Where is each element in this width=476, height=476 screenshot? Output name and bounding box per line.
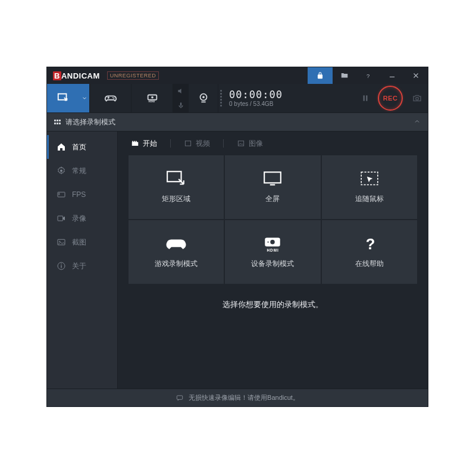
tab-start[interactable]: 开始 (131, 139, 157, 149)
card-device-mode[interactable]: HDMI 设备录制模式 (225, 220, 320, 284)
mode-group: HDMI (47, 84, 173, 112)
svg-point-8 (202, 96, 205, 98)
gamepad-icon (104, 92, 117, 105)
svg-rect-25 (265, 172, 281, 183)
tab-video[interactable]: 视频 (184, 139, 210, 149)
sidebar-item-fps[interactable]: FPS (47, 183, 117, 206)
svg-rect-16 (58, 216, 63, 221)
webcam-toggle[interactable] (189, 84, 218, 112)
mode-game[interactable] (90, 84, 131, 112)
svg-point-18 (59, 241, 60, 242)
folder-button[interactable] (333, 67, 356, 84)
collapse-toggle[interactable] (414, 118, 421, 127)
content-tabs: 开始 视频 图像 (118, 131, 428, 155)
body: 首页 常规 FPS 录像 截图 关于 (47, 131, 428, 389)
content-caption: 选择你想要使用的录制模式。 (118, 284, 428, 310)
card-label: 在线帮助 (355, 259, 384, 269)
speaker-toggle[interactable] (173, 84, 188, 98)
sidebar-item-label: 关于 (72, 261, 86, 271)
speaker-icon (177, 87, 185, 95)
size-status: 0 bytes / 53.4GB (229, 101, 356, 107)
tab-label: 开始 (143, 139, 157, 149)
sidebar-item-label: 录像 (72, 214, 86, 224)
drag-handle[interactable] (218, 84, 223, 112)
svg-text:HDMI: HDMI (148, 100, 155, 103)
mic-toggle[interactable] (173, 98, 188, 112)
question-icon: ? (364, 71, 372, 80)
info-icon (57, 261, 66, 271)
svg-point-11 (416, 98, 419, 101)
tab-label: 视频 (196, 139, 210, 149)
card-fullscreen[interactable]: 全屏 (225, 155, 320, 219)
sidebar-item-image[interactable]: 截图 (47, 230, 117, 254)
mode-screen-rect[interactable] (47, 84, 79, 112)
svg-rect-1 (390, 77, 394, 77)
record-circle: REC (378, 86, 403, 111)
film-icon (184, 139, 192, 148)
chevron-up-icon (414, 118, 421, 125)
brand-rest: ANDICAM (61, 71, 100, 80)
close-icon (412, 71, 420, 80)
sidebar-item-about[interactable]: 关于 (47, 254, 117, 278)
mode-screen-dropdown[interactable] (79, 84, 90, 112)
screenshot-button[interactable] (406, 84, 428, 112)
camera-icon (412, 93, 422, 104)
mode-strip-text: 请选择录制模式 (65, 117, 115, 127)
rect-area-icon (166, 170, 186, 188)
svg-rect-6 (180, 102, 181, 106)
svg-point-12 (60, 170, 62, 172)
tab-image[interactable]: 图像 (237, 139, 263, 149)
pause-icon (361, 93, 369, 103)
svg-rect-15 (58, 194, 60, 195)
card-follow-mouse[interactable]: 追随鼠标 (322, 155, 417, 219)
chevron-down-icon (82, 95, 87, 101)
screen-rect-icon (57, 92, 70, 105)
brand-box: B (53, 71, 61, 80)
pause-button[interactable] (356, 84, 374, 112)
card-label: 设备录制模式 (251, 259, 294, 269)
app-window: BANDICAM UNREGISTERED ? (47, 67, 428, 406)
sidebar-item-label: 常规 (72, 166, 86, 176)
svg-rect-22 (185, 141, 190, 146)
record-button[interactable]: REC (374, 84, 406, 112)
webcam-icon (197, 92, 210, 105)
footer[interactable]: 无损快速录像编辑！请使用Bandicut。 (47, 389, 428, 406)
mode-cards: 矩形区域 全屏 追随鼠标 游戏录制模式 HDMI 设备录制模式 (118, 155, 428, 284)
card-game-mode[interactable]: 游戏录制模式 (129, 220, 224, 284)
record-label: REC (383, 95, 398, 102)
gamepad-large-icon (166, 235, 186, 253)
image-icon (57, 237, 66, 247)
card-label: 追随鼠标 (355, 194, 384, 204)
svg-text:HDMI: HDMI (267, 248, 280, 252)
audio-stack (173, 84, 189, 112)
mode-strip[interactable]: 请选择录制模式 (47, 112, 428, 131)
cursor-dashed-icon (359, 170, 380, 188)
picture-icon (237, 139, 245, 148)
mode-device[interactable]: HDMI (131, 84, 173, 112)
card-label: 游戏录制模式 (155, 259, 198, 269)
toolbar: HDMI 00:00:00 0 bytes / 53.4GB REC (47, 84, 428, 112)
card-label: 全屏 (265, 194, 280, 204)
app-logo: BANDICAM UNREGISTERED (47, 71, 159, 80)
titlebar: BANDICAM UNREGISTERED ? (47, 67, 428, 84)
sidebar-item-video[interactable]: 录像 (47, 206, 117, 230)
footer-text: 无损快速录像编辑！请使用Bandicut。 (189, 393, 299, 402)
sidebar-item-home[interactable]: 首页 (47, 135, 117, 159)
sidebar-item-label: FPS (72, 190, 86, 199)
help-button[interactable]: ? (356, 67, 380, 84)
svg-rect-20 (61, 265, 61, 268)
card-rect-area[interactable]: 矩形区域 (129, 155, 224, 219)
video-icon (57, 214, 66, 223)
home-icon (57, 142, 66, 152)
fps-icon (57, 190, 66, 199)
tab-label: 图像 (249, 139, 263, 149)
chat-icon (176, 394, 184, 402)
card-label: 矩形区域 (162, 194, 190, 204)
lock-button[interactable] (308, 67, 333, 84)
timer-display: 00:00:00 0 bytes / 53.4GB (223, 84, 356, 112)
card-online-help[interactable]: ? 在线帮助 (322, 220, 417, 284)
minimize-button[interactable] (380, 67, 404, 84)
timer-value: 00:00:00 (229, 89, 356, 101)
close-button[interactable] (404, 67, 428, 84)
sidebar-item-general[interactable]: 常规 (47, 159, 117, 183)
